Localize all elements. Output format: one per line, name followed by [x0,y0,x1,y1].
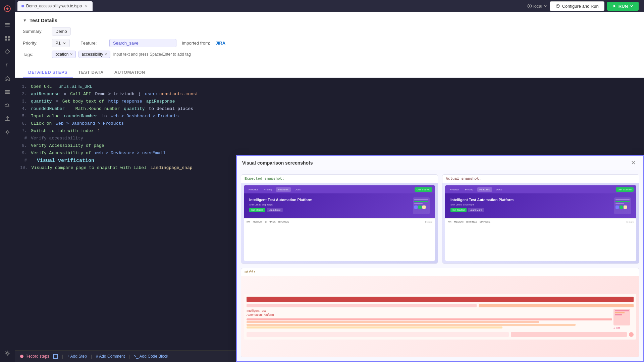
code-line-1: 1. Open URL urls.SITE_URL [20,83,639,91]
section-title: Test Details [30,17,57,23]
code-content-1: Open URL urls.SITE_URL [31,84,639,89]
code-line-8: 8. Verify Accessibility of page [20,142,639,150]
tag-location-remove[interactable]: ✕ [70,52,73,57]
tab-bar: Demo_accessibility.web.tc.tspp ✕ local [15,0,644,12]
visual-comparison-panel: Visual comparison screenshots ✕ Expected… [236,155,644,362]
run-label: RUN [619,4,628,9]
svg-rect-5 [8,36,10,38]
code-line-comment1: # Verify accessibility [20,135,639,142]
priority-select[interactable]: P1 [52,39,70,47]
code-line-6: 6. Click on web > Dashboard > Products [20,120,639,128]
diff-preview: Intelligent Test Automation Platform [241,276,639,357]
add-code-btn[interactable]: >_ Add Code Block [134,354,168,359]
logo-icon[interactable] [1,3,13,15]
svg-text:ƒ: ƒ [5,63,8,68]
sidebar: ƒ [0,0,15,362]
kw-open: Open URL [31,84,52,89]
line-num-5: 5. [20,114,27,119]
cloud-icon[interactable] [1,99,13,111]
upload-icon[interactable] [1,113,13,125]
svg-rect-9 [5,90,10,91]
step-indicator [53,354,58,359]
jira-link[interactable]: JIRA [215,41,225,46]
priority-value: P1 [55,41,61,46]
home-icon[interactable] [1,72,13,84]
hero-sub: Shift Left to Ship Right [249,203,410,206]
list-icon[interactable] [1,86,13,98]
code-line-2: 2. apiResponse = Call API Demo > triviad… [20,91,639,98]
expected-mock-site: Product Pricing Features Docs Get Starte… [244,185,435,261]
grid-icon[interactable] [1,32,13,44]
priority-label: Priority: [23,41,46,46]
code-line-4: 4. roundedNumber = Math.Round number qua… [20,106,639,113]
line-num-9: 9. [20,150,27,156]
priority-feature-row: Priority: P1 Feature: Search_save Import… [23,39,636,47]
sep1: | [62,354,63,359]
tag-accessibility-label: accessibility [82,52,103,57]
line-num-c2: # [20,158,27,163]
tag-accessibility-remove[interactable]: ✕ [104,52,107,57]
menu-icon[interactable] [1,19,13,31]
code-content-2: apiResponse = Call API Demo > triviadb (… [31,92,639,97]
svg-rect-1 [5,23,10,24]
local-badge[interactable]: local [527,4,547,9]
gear-bottom-icon[interactable] [1,347,13,359]
summary-value: Demo [52,27,71,36]
tag-location-label: location [55,52,68,57]
configure-run-label: Configure and Run [562,4,599,9]
line-num-1: 1. [20,84,27,89]
svg-rect-6 [5,39,7,41]
svg-rect-11 [5,93,10,94]
actual-mock-site: Product Pricing Features Docs Get Starte… [445,185,636,261]
actual-preview: Product Pricing Features Docs Get Starte… [442,183,639,263]
tab-detailed-steps[interactable]: DETAILED STEPS [23,67,73,78]
configure-run-button[interactable]: Configure and Run [550,1,604,11]
actual-mock-hero: Intelligent Test Automation Platform Shi… [445,193,636,218]
diamond-icon[interactable] [1,46,13,58]
content-wrapper: ▼ Test Details Summary: Demo Priority: P… [15,12,644,362]
tab-automation[interactable]: AUTOMATION [109,67,151,78]
section-header[interactable]: ▼ Test Details [23,17,636,23]
function-icon[interactable]: ƒ [1,59,13,71]
code-content-5: Input value roundedNumber in web > Dashb… [31,114,639,119]
tab-close-btn[interactable]: ✕ [84,4,89,8]
line-num-8: 8. [20,143,27,148]
tab-test-data[interactable]: TEST DATA [73,67,109,78]
visual-panel-body: Expected snapshot: Product Pricing Featu… [237,170,643,361]
kw-url: urls.SITE_URL [53,84,92,89]
run-button[interactable]: RUN [607,2,639,11]
svg-point-16 [529,5,530,7]
expected-mock-nav: Product Pricing Features Docs Get Starte… [244,185,435,193]
file-tab[interactable]: Demo_accessibility.web.tc.tspp ✕ [17,1,93,11]
code-content-9: Verify Accessibility of web > DevAssure … [31,150,639,156]
visual-panel-header: Visual comparison screenshots ✕ [237,156,643,170]
add-step-btn[interactable]: + Add Step [67,354,87,359]
code-content-6: Click on web > Dashboard > Products [31,121,639,126]
test-details-section: ▼ Test Details Summary: Demo Priority: P… [15,12,644,67]
hero-title: Intelligent Test Automation Platform [249,197,410,202]
svg-rect-2 [5,24,10,25]
line-num-4: 4. [20,106,27,111]
record-steps-btn[interactable]: Record steps [20,354,49,359]
code-content-7: Switch to tab with index 1 [31,128,639,133]
actual-snapshot-card: Actual snapshot: Product Pricing Feature… [442,174,639,264]
settings-icon[interactable] [1,126,13,138]
detail-tabs: DETAILED STEPS TEST DATA AUTOMATION [15,67,644,78]
svg-point-14 [6,352,8,354]
sep2: | [91,354,92,359]
visual-panel-close[interactable]: ✕ [629,159,638,167]
feature-value[interactable]: Search_save [109,39,176,47]
line-num-10: 10. [20,165,28,170]
diff-snapshot-card: Diff: Intelligent Test [241,268,639,357]
main-area: Demo_accessibility.web.tc.tspp ✕ local [15,0,644,362]
line-num-2: 2. [20,92,27,97]
diff-label: Diff: [241,268,639,276]
tag-input[interactable] [113,52,197,57]
add-comment-btn[interactable]: # Add Comment [96,354,125,359]
svg-rect-10 [5,92,10,93]
sep3: | [129,354,130,359]
svg-point-13 [6,131,8,133]
tag-accessibility: accessibility ✕ [78,51,110,58]
expected-snapshot-card: Expected snapshot: Product Pricing Featu… [241,174,438,264]
code-content-c1: Verify accessibility [31,136,639,141]
